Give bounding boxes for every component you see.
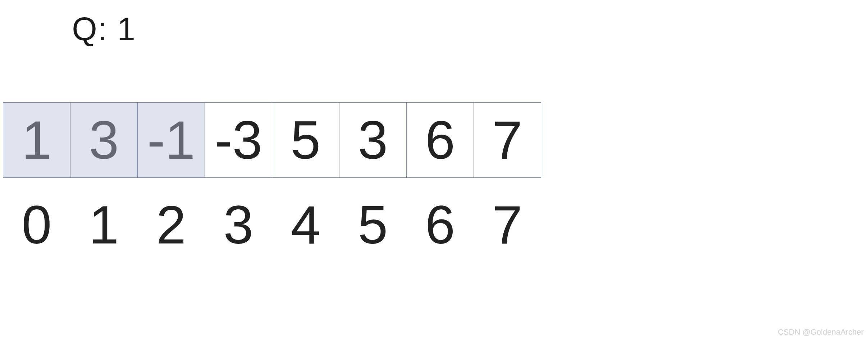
index-label: 2 [137,194,205,256]
queue-label: Q: 1 [72,11,136,48]
index-label: 1 [70,194,138,256]
array-row: 1 3 -1 -3 5 3 6 7 [3,102,541,178]
cell-value: 3 [89,113,119,167]
cell-value: 3 [358,113,388,167]
array-cell: -3 [205,102,272,178]
index-label: 3 [205,194,272,256]
index-label: 6 [406,194,474,256]
index-label: 0 [3,194,70,256]
cell-value: 5 [291,113,320,167]
index-label: 5 [339,194,407,256]
array-cell: 6 [406,102,474,178]
array-cell: 3 [339,102,407,178]
queue-label-key: Q: [72,11,108,47]
cell-value: 1 [22,113,51,167]
index-label: 7 [474,194,541,256]
diagram-stage: Q: 1 1 3 -1 -3 5 3 6 7 0 1 2 3 4 5 6 7 C… [0,0,868,339]
array-cell: 5 [272,102,339,178]
array-cell: -1 [137,102,205,178]
index-row: 0 1 2 3 4 5 6 7 [3,194,541,256]
index-label: 4 [272,194,339,256]
cell-value: 6 [425,113,455,167]
array-cell: 1 [3,102,70,178]
array-cell: 7 [474,102,541,178]
cell-value: -3 [214,113,262,167]
watermark: CSDN @GoldenaArcher [778,328,864,337]
cell-value: 7 [492,113,522,167]
queue-label-value: 1 [117,11,136,47]
cell-value: -1 [147,113,195,167]
array-cell: 3 [70,102,138,178]
